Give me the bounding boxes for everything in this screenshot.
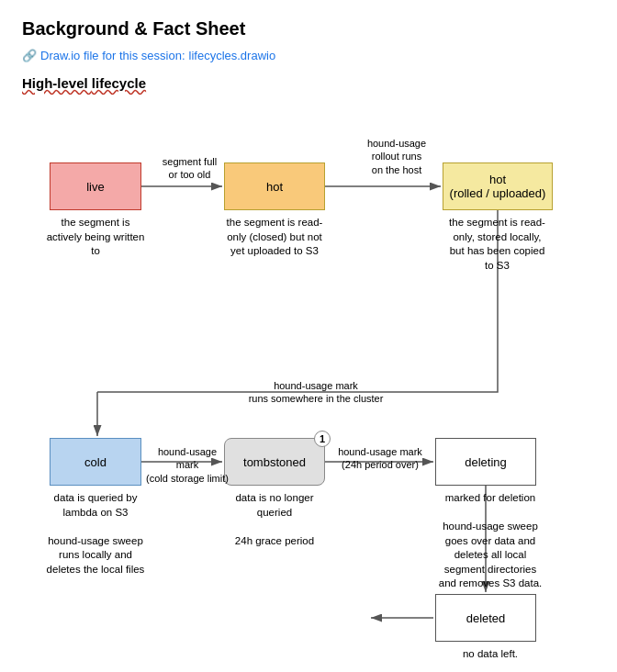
arrow-label-hot-to-rolled: hound-usage rollout runs on the host xyxy=(351,137,443,176)
label-tombstoned: data is no longer queried 24h grace peri… xyxy=(201,491,348,548)
box-deleting: deleting xyxy=(435,438,536,486)
box-cold-label: cold xyxy=(84,455,107,469)
label-cold-text: data is queried by lambda on S3 hound-us… xyxy=(47,492,145,575)
box-hot-rolled: hot (rolled / uploaded) xyxy=(443,162,553,210)
section-title-prefix: High-level xyxy=(22,75,92,91)
drawio-prefix: Draw.io file for this session: xyxy=(40,49,185,62)
lifecycle-diagram: live the segment is actively being writt… xyxy=(22,107,595,640)
arrow-label-cold-tombstoned-text: hound-usage mark (cold storage limit) xyxy=(146,446,229,484)
label-deleted-text: no data left. after a longer time, hound… xyxy=(441,648,539,658)
badge-label: 1 xyxy=(320,433,325,444)
box-tombstoned-label: tombstoned xyxy=(243,455,306,469)
box-deleted-label: deleted xyxy=(466,611,506,625)
label-hot: the segment is read- only (closed) but n… xyxy=(201,216,348,259)
label-hot-rolled-text: the segment is read- only, stored locall… xyxy=(449,217,545,271)
arrow-label-bottom-arc: hound-usage mark runs somewhere in the c… xyxy=(224,379,408,406)
drawio-link-text[interactable]: lifecycles.drawio xyxy=(189,49,276,62)
box-deleted: deleted xyxy=(435,594,536,642)
box-live-label: live xyxy=(86,180,105,194)
drawio-link[interactable]: 🔗 Draw.io file for this session: lifecyc… xyxy=(22,49,595,62)
link-icon: 🔗 xyxy=(22,49,37,62)
label-live-text: the segment is actively being written to xyxy=(47,217,145,256)
arrow-label-bottom-arc-text: hound-usage mark runs somewhere in the c… xyxy=(249,380,384,404)
box-deleting-label: deleting xyxy=(465,455,507,469)
label-tombstoned-text: data is no longer queried 24h grace peri… xyxy=(235,492,314,546)
box-hot-label: hot xyxy=(266,180,283,194)
label-cold: data is queried by lambda on S3 hound-us… xyxy=(22,491,169,577)
label-deleted: no data left. after a longer time, hound… xyxy=(412,647,568,658)
box-hot-rolled-label: hot (rolled / uploaded) xyxy=(450,173,546,200)
arrow-label-live-to-hot: segment full or too old xyxy=(151,155,229,182)
arrow-label-cold-to-tombstoned: hound-usage mark (cold storage limit) xyxy=(146,445,229,485)
box-tombstoned: tombstoned xyxy=(224,438,325,486)
arrow-label-hot-rolled-text: hound-usage rollout runs on the host xyxy=(367,138,426,175)
label-live: the segment is actively being written to xyxy=(22,216,169,259)
arrow-label-tombstoned-to-deleting: hound-usage mark (24h period over) xyxy=(325,445,435,472)
box-hot: hot xyxy=(224,162,325,210)
label-hot-rolled: the segment is read- only, stored locall… xyxy=(417,216,578,273)
section-title-underline: lifecycle xyxy=(92,75,146,91)
page-title: Background & Fact Sheet xyxy=(22,18,595,39)
arrow-label-live-to-hot-text: segment full or too old xyxy=(163,156,217,180)
section-heading: High-level lifecycle xyxy=(22,75,595,91)
box-live: live xyxy=(50,162,141,210)
arrow-label-tombstoned-deleting-text: hound-usage mark (24h period over) xyxy=(338,446,422,470)
label-hot-text: the segment is read- only (closed) but n… xyxy=(227,217,323,256)
box-cold: cold xyxy=(50,438,141,486)
